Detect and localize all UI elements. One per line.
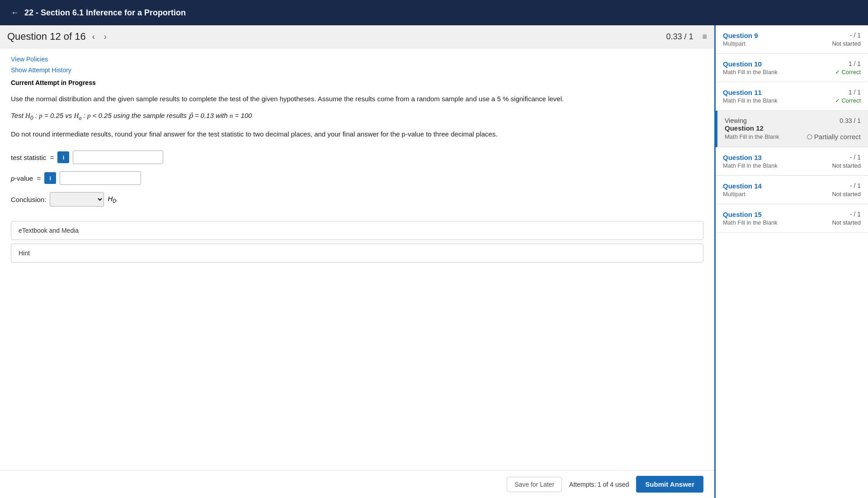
sidebar-q10-status: ✓ Correct — [835, 69, 861, 75]
pvalue-row: p-value = i — [11, 171, 703, 185]
prev-question-button[interactable]: ‹ — [90, 31, 98, 42]
sidebar-q9-score: - / 1 — [850, 32, 861, 39]
sidebar-q15-status: Not started — [832, 219, 861, 226]
sidebar-item-q11[interactable]: Question 11 1 / 1 Math Fill in the Blank… — [716, 82, 868, 111]
pvalue-info-button[interactable]: i — [44, 172, 56, 184]
next-question-button[interactable]: › — [101, 31, 109, 42]
sidebar-q14-status: Not started — [832, 191, 861, 197]
current-attempt-label: Current Attempt in Progress — [11, 79, 703, 86]
math-line: Test H0 : p = 0.25 vs Ha : p < 0.25 usin… — [11, 112, 703, 122]
show-attempt-link[interactable]: Show Attempt History — [11, 66, 703, 74]
back-icon[interactable]: ← — [11, 8, 19, 18]
question-text-line1: Use the normal distribution and the give… — [11, 94, 703, 104]
header-title: 22 - Section 6.1 Inference for a Proport… — [24, 8, 186, 18]
hint-resource[interactable]: Hint — [11, 244, 703, 263]
sidebar-q13-title: Question 13 — [723, 154, 762, 161]
sidebar-item-q15[interactable]: Question 15 - / 1 Math Fill in the Blank… — [716, 204, 868, 233]
view-policies-link[interactable]: View Policies — [11, 56, 703, 63]
question-score: 0.33 / 1 — [666, 32, 693, 42]
question-sidebar: Question 9 - / 1 Multipart Not started Q… — [714, 25, 868, 498]
sidebar-q12-viewing-label: Viewing — [725, 117, 764, 124]
sidebar-q12-type: Math Fill in the Blank — [725, 133, 779, 140]
question-nav-title: Question 12 of 16 — [7, 31, 86, 42]
sidebar-q15-type: Math Fill in the Blank — [723, 219, 778, 226]
sidebar-q15-title: Question 15 — [723, 211, 762, 218]
rounding-note: Do not round intermediate results, round… — [11, 129, 703, 140]
content-area: Question 12 of 16 ‹ › 0.33 / 1 ≡ View Po… — [0, 25, 714, 498]
sidebar-q11-status: ✓ Correct — [835, 97, 861, 104]
list-icon[interactable]: ≡ — [702, 32, 707, 42]
sidebar-q11-title: Question 11 — [723, 89, 762, 96]
h0-label: H0. — [108, 195, 118, 204]
sidebar-q13-type: Math Fill in the Blank — [723, 162, 778, 169]
sidebar-q12-status: Partially correct — [807, 133, 861, 141]
save-later-button[interactable]: Save for Later — [507, 477, 562, 492]
sidebar-q14-type: Multipart — [723, 191, 745, 197]
sidebar-q13-status: Not started — [832, 162, 861, 169]
sidebar-q14-score: - / 1 — [850, 182, 861, 189]
pvalue-input[interactable] — [60, 171, 141, 185]
sidebar-q11-score: 1 / 1 — [849, 89, 861, 96]
sidebar-q10-title: Question 10 — [723, 60, 762, 68]
question-header: Question 12 of 16 ‹ › 0.33 / 1 ≡ — [0, 25, 714, 48]
sidebar-item-q14[interactable]: Question 14 - / 1 Multipart Not started — [716, 176, 868, 204]
sidebar-q12-title: Question 12 — [725, 124, 764, 132]
etextbook-resource[interactable]: eTextbook and Media — [11, 221, 703, 240]
attempts-text: Attempts: 1 of 4 used — [569, 481, 629, 488]
conclusion-select[interactable]: Reject Fail to reject — [50, 192, 104, 207]
app-header: ← 22 - Section 6.1 Inference for a Propo… — [0, 0, 868, 25]
sidebar-q12-score: 0.33 / 1 — [840, 117, 861, 124]
sidebar-q10-score: 1 / 1 — [849, 60, 861, 67]
sidebar-item-q12[interactable]: Viewing Question 12 0.33 / 1 Math Fill i… — [716, 111, 868, 147]
sidebar-item-q10[interactable]: Question 10 1 / 1 Math Fill in the Blank… — [716, 54, 868, 82]
sidebar-q9-status: Not started — [832, 40, 861, 47]
content-body: View Policies Show Attempt History Curre… — [0, 48, 714, 470]
sidebar-q14-title: Question 14 — [723, 182, 762, 190]
submit-answer-button[interactable]: Submit Answer — [636, 476, 703, 493]
sidebar-q13-score: - / 1 — [850, 154, 861, 161]
main-container: Question 12 of 16 ‹ › 0.33 / 1 ≡ View Po… — [0, 25, 868, 498]
test-statistic-info-button[interactable]: i — [57, 151, 69, 163]
pvalue-label: p-value = — [11, 174, 41, 182]
sidebar-q10-type: Math Fill in the Blank — [723, 69, 778, 75]
partial-circle-icon — [807, 134, 812, 140]
sidebar-item-q9[interactable]: Question 9 - / 1 Multipart Not started — [716, 25, 868, 54]
sidebar-q9-title: Question 9 — [723, 32, 758, 39]
test-statistic-label: test statistic = — [11, 154, 54, 161]
test-statistic-row: test statistic = i — [11, 150, 703, 164]
sidebar-q9-type: Multipart — [723, 40, 745, 47]
conclusion-label: Conclusion: — [11, 196, 46, 203]
sidebar-q11-type: Math Fill in the Blank — [723, 97, 778, 104]
conclusion-row: Conclusion: Reject Fail to reject H0. — [11, 192, 703, 207]
sidebar-q15-score: - / 1 — [850, 211, 861, 218]
content-footer: Save for Later Attempts: 1 of 4 used Sub… — [0, 470, 714, 498]
test-statistic-input[interactable] — [73, 150, 163, 164]
sidebar-item-q13[interactable]: Question 13 - / 1 Math Fill in the Blank… — [716, 147, 868, 176]
